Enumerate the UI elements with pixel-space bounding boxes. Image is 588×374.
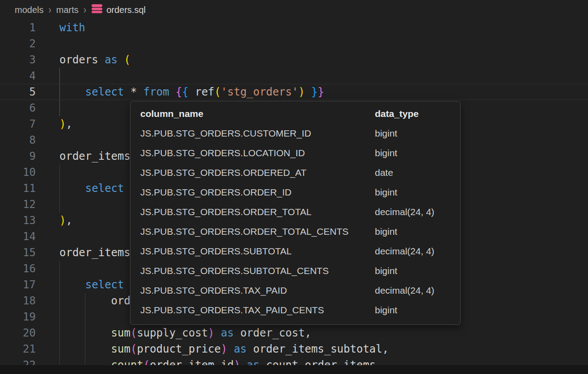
line-number[interactable]: 5 — [0, 84, 36, 100]
table-row: JS.PUB.STG_ORDERS.ORDER_TOTALdecimal(24,… — [140, 202, 434, 222]
chevron-right-icon: › — [48, 4, 51, 16]
data-type-cell: decimal(24, 4) — [375, 241, 434, 261]
code-text: select * from {{ ref('stg_orders') }} — [36, 84, 324, 100]
data-type-cell: decimal(24, 4) — [375, 281, 434, 300]
code-text: select — [36, 277, 124, 293]
code-text — [36, 36, 59, 52]
column-name-cell: JS.PUB.STG_ORDERS.TAX_PAID — [140, 281, 375, 300]
data-type-cell: bigint — [375, 300, 434, 320]
code-line[interactable]: 1with — [0, 20, 588, 36]
bottom-panel-edge — [0, 365, 588, 374]
table-row: JS.PUB.STG_ORDERS.LOCATION_IDbigint — [140, 143, 434, 163]
code-text: sum(supply_cost) as order_cost, — [36, 325, 311, 341]
code-line[interactable]: 3orders as ( — [0, 52, 588, 68]
line-number[interactable]: 2 — [0, 36, 36, 52]
code-text: order_items — [36, 148, 130, 164]
column-name-cell: JS.PUB.STG_ORDERS.ORDER_ID — [140, 183, 375, 202]
line-number[interactable]: 9 — [0, 148, 36, 164]
table-row: JS.PUB.STG_ORDERS.ORDERED_ATdate — [140, 163, 434, 183]
column-name-cell: JS.PUB.STG_ORDERS.SUBTOTAL_CENTS — [140, 261, 375, 281]
line-number[interactable]: 16 — [0, 261, 36, 277]
table-row: JS.PUB.STG_ORDERS.TAX_PAID_CENTSbigint — [140, 300, 434, 320]
breadcrumb-item-marts[interactable]: marts — [56, 5, 79, 15]
line-number[interactable]: 17 — [0, 277, 36, 293]
breadcrumb-file-label: orders.sql — [106, 5, 146, 15]
code-text — [36, 261, 59, 277]
code-text: orders as ( — [36, 52, 130, 68]
database-icon — [91, 4, 103, 17]
editor-window: models › marts › orders.sql 1with23order… — [0, 0, 588, 374]
code-text — [36, 196, 59, 212]
line-number[interactable]: 1 — [0, 20, 36, 36]
data-type-cell: bigint — [375, 143, 434, 163]
line-number[interactable]: 12 — [0, 196, 36, 212]
code-text: select — [36, 180, 124, 196]
code-line[interactable]: 20 sum(supply_cost) as order_cost, — [0, 325, 588, 341]
column-name-cell: JS.PUB.STG_ORDERS.ORDER_TOTAL_CENTS — [140, 222, 375, 241]
table-row: JS.PUB.STG_ORDERS.TAX_PAIDdecimal(24, 4) — [140, 281, 434, 300]
line-number[interactable]: 7 — [0, 116, 36, 132]
breadcrumb-item-file[interactable]: orders.sql — [91, 4, 146, 17]
line-number[interactable]: 19 — [0, 309, 36, 325]
data-type-cell: decimal(24, 4) — [375, 202, 434, 222]
code-text — [36, 132, 59, 148]
data-type-header: data_type — [375, 104, 434, 124]
table-row: JS.PUB.STG_ORDERS.SUBTOTALdecimal(24, 4) — [140, 241, 434, 261]
code-text: ), — [36, 212, 72, 229]
code-line[interactable]: 5 select * from {{ ref('stg_orders') }} — [0, 84, 588, 100]
line-number[interactable]: 21 — [0, 341, 36, 357]
code-text — [36, 309, 59, 325]
column-name-cell: JS.PUB.STG_ORDERS.LOCATION_ID — [140, 143, 375, 163]
code-text: ), — [36, 116, 72, 132]
code-line[interactable]: 21 sum(product_price) as order_items_sub… — [0, 341, 588, 357]
column-name-cell: JS.PUB.STG_ORDERS.ORDER_TOTAL — [140, 202, 375, 222]
line-number[interactable]: 18 — [0, 293, 36, 309]
table-row: JS.PUB.STG_ORDERS.ORDER_TOTAL_CENTSbigin… — [140, 222, 434, 241]
column-name-header: column_name — [140, 104, 375, 124]
table-row: JS.PUB.STG_ORDERS.CUSTOMER_IDbigint — [140, 124, 434, 143]
code-text: with — [36, 20, 85, 36]
code-text: sum(product_price) as order_items_subtot… — [36, 341, 389, 357]
code-text: order_items — [36, 245, 130, 261]
code-text — [36, 229, 59, 245]
table-header-row: column_name data_type — [140, 104, 434, 124]
column-name-cell: JS.PUB.STG_ORDERS.ORDERED_AT — [140, 163, 375, 183]
table-row: JS.PUB.STG_ORDERS.ORDER_IDbigint — [140, 183, 434, 202]
data-type-cell: bigint — [375, 261, 434, 281]
code-text — [36, 100, 59, 116]
column-name-cell: JS.PUB.STG_ORDERS.SUBTOTAL — [140, 241, 375, 261]
line-number[interactable]: 14 — [0, 229, 36, 245]
breadcrumb-item-models[interactable]: models — [15, 5, 43, 15]
data-type-cell: bigint — [375, 183, 434, 202]
line-number[interactable]: 3 — [0, 52, 36, 68]
line-number[interactable]: 10 — [0, 164, 36, 180]
line-number[interactable]: 20 — [0, 325, 36, 341]
code-text — [36, 68, 59, 84]
data-type-cell: bigint — [375, 124, 434, 143]
column-info-table: column_name data_type JS.PUB.STG_ORDERS.… — [140, 104, 434, 320]
code-text: ord — [36, 293, 130, 309]
line-number[interactable]: 8 — [0, 132, 36, 148]
data-type-cell: date — [375, 163, 434, 183]
table-row: JS.PUB.STG_ORDERS.SUBTOTAL_CENTSbigint — [140, 261, 434, 281]
line-number[interactable]: 4 — [0, 68, 36, 84]
line-number[interactable]: 6 — [0, 100, 36, 116]
line-number[interactable]: 15 — [0, 245, 36, 261]
column-name-cell: JS.PUB.STG_ORDERS.CUSTOMER_ID — [140, 124, 375, 143]
line-number[interactable]: 11 — [0, 180, 36, 196]
chevron-right-icon: › — [84, 4, 86, 16]
breadcrumb: models › marts › orders.sql — [0, 0, 588, 20]
code-line[interactable]: 4 — [0, 68, 588, 84]
column-info-popup: column_name data_type JS.PUB.STG_ORDERS.… — [130, 101, 461, 325]
column-name-cell: JS.PUB.STG_ORDERS.TAX_PAID_CENTS — [140, 300, 375, 320]
code-line[interactable]: 2 — [0, 36, 588, 52]
code-text — [36, 164, 59, 180]
line-number[interactable]: 13 — [0, 212, 36, 229]
data-type-cell: bigint — [375, 222, 434, 241]
